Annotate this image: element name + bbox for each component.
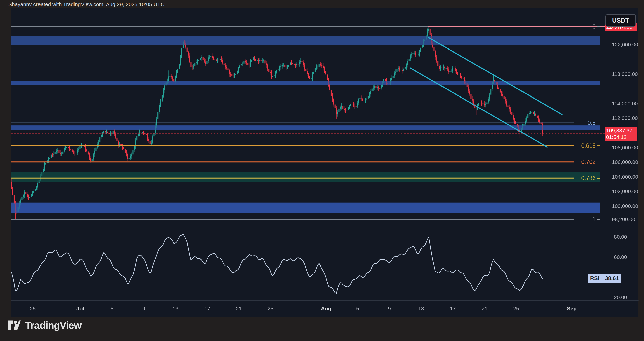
price-tick-label[interactable]: 118,000.00 <box>612 71 639 77</box>
brand-bar: TradingView <box>8 320 82 331</box>
time-tick-label[interactable]: 5 <box>111 305 114 312</box>
fib-level-tick <box>597 123 600 123</box>
fib-level-tick <box>597 26 600 27</box>
chart-canvas[interactable] <box>0 0 644 341</box>
fib-level-tick <box>597 219 600 220</box>
tradingview-logo-icon[interactable] <box>8 320 21 331</box>
quote-currency-toggle[interactable]: USDT <box>605 14 636 27</box>
time-tick-label[interactable]: 17 <box>204 305 210 312</box>
rsi-tick-label[interactable]: 60.00 <box>614 254 638 260</box>
rsi-value-chip: 38.61 <box>602 274 621 283</box>
rsi-tick-label[interactable]: 80.00 <box>614 234 638 240</box>
fib-level-tick <box>597 145 600 146</box>
rsi-label-chip[interactable]: RSI <box>588 274 602 283</box>
time-tick-label[interactable]: Jul <box>76 305 84 312</box>
fib-level-label: 0.618 <box>548 142 596 149</box>
time-tick-label[interactable]: 25 <box>30 305 36 312</box>
time-tick-label[interactable]: 25 <box>268 305 273 312</box>
fib-level-tick <box>597 162 600 162</box>
time-tick-label[interactable]: 9 <box>388 305 391 312</box>
time-tick-label[interactable]: Aug <box>321 305 331 312</box>
time-tick-label[interactable]: 17 <box>450 305 456 312</box>
price-tick-label[interactable]: 104,000.00 <box>612 174 639 180</box>
price-tick-label[interactable]: 106,000.00 <box>612 159 639 165</box>
rsi-badge[interactable]: RSI 38.61 <box>588 274 621 283</box>
fib-level-tick <box>597 178 600 179</box>
time-tick-label[interactable]: 13 <box>173 305 178 312</box>
time-tick-label[interactable]: 21 <box>481 305 487 312</box>
price-tick-label[interactable]: 98,200.00 <box>612 216 639 223</box>
price-tick-label[interactable]: 100,000.00 <box>612 203 639 209</box>
fib-level-label: 0 <box>548 23 596 30</box>
price-tick-label[interactable]: 102,000.00 <box>612 188 639 195</box>
page: Shayannv created with TradingView.com, A… <box>0 0 644 341</box>
time-tick-label[interactable]: 25 <box>513 305 519 312</box>
time-tick-label[interactable]: 9 <box>142 305 145 312</box>
fib-level-label: 0.5 <box>548 119 596 126</box>
price-tick-label[interactable]: 122,000.00 <box>612 41 639 48</box>
fib-level-label: 0.702 <box>548 158 596 165</box>
time-tick-label[interactable]: 5 <box>356 305 359 312</box>
current-price-value: 109,887.37 <box>606 127 637 134</box>
time-tick-label[interactable]: Sep <box>567 305 577 312</box>
fib-level-label: 1 <box>548 216 596 223</box>
fib-level-label: 0.786 <box>548 175 596 182</box>
time-tick-label[interactable]: 13 <box>418 305 424 312</box>
current-price-label: 109,887.37 01:54:12 <box>605 127 637 141</box>
price-tick-label[interactable]: 114,000.00 <box>612 100 639 107</box>
brand-name[interactable]: TradingView <box>25 320 82 331</box>
price-tick-label[interactable]: 112,000.00 <box>612 115 639 121</box>
rsi-tick-label[interactable]: 20.00 <box>614 294 638 301</box>
candle-countdown: 01:54:12 <box>606 134 637 140</box>
price-tick-label[interactable]: 108,000.00 <box>612 144 639 151</box>
time-tick-label[interactable]: 21 <box>236 305 242 312</box>
